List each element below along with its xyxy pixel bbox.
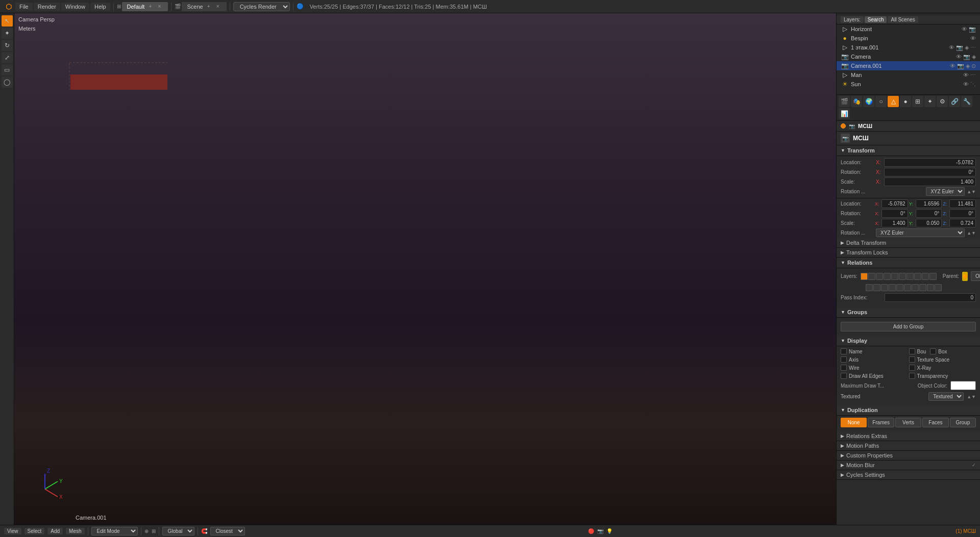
camera-sel[interactable]: ◈ bbox=[972, 54, 976, 60]
menu-file[interactable]: File bbox=[15, 3, 33, 11]
layer-9[interactable] bbox=[922, 273, 929, 280]
3d-viewport[interactable]: Camera Persp Meters Camera.001 X Y Z bbox=[14, 13, 836, 525]
parent-object-select[interactable]: Object bbox=[971, 271, 980, 281]
outliner-item-sun[interactable]: ☀ Sun 👁 ⋱ bbox=[837, 80, 980, 89]
layer-17[interactable] bbox=[912, 284, 919, 291]
menu-help[interactable]: Help bbox=[90, 3, 110, 11]
transform-locks-header[interactable]: ▶ Transform Locks bbox=[837, 248, 980, 258]
props-icon-object[interactable]: ○ bbox=[875, 96, 887, 107]
layer-6[interactable] bbox=[899, 273, 906, 280]
bottom-snap-icon[interactable]: ⊞ bbox=[152, 528, 156, 534]
scene-add-btn[interactable]: + bbox=[205, 3, 212, 10]
camera-eye[interactable]: 👁 bbox=[956, 54, 962, 60]
etazh-sel[interactable]: ◈ bbox=[965, 44, 969, 51]
tool-select-circle[interactable]: ◯ bbox=[2, 76, 13, 88]
scale-z2[interactable]: 0.724 bbox=[949, 219, 976, 227]
sun-eye[interactable]: 👁 bbox=[963, 81, 969, 88]
nav-gizmo[interactable]: X Y Z bbox=[24, 469, 65, 509]
scene-tab[interactable]: Scene + × bbox=[182, 2, 226, 11]
dup-verts-btn[interactable]: Verts bbox=[895, 418, 921, 427]
layer-16[interactable] bbox=[904, 284, 911, 291]
display-section-header[interactable]: ▼ Display bbox=[837, 336, 980, 346]
scale-x-field[interactable]: X: 1.400 bbox=[876, 177, 976, 186]
man-eye[interactable]: 👁 bbox=[963, 72, 969, 79]
layer-13[interactable] bbox=[881, 284, 888, 291]
tool-select-box[interactable]: ▭ bbox=[2, 64, 13, 75]
bottom-snap-magnet[interactable]: 🧲 bbox=[201, 528, 207, 534]
relations-section-header[interactable]: ▼ Relations bbox=[837, 258, 980, 268]
bespin-eye[interactable]: 👁 bbox=[970, 35, 976, 41]
camera001-track[interactable]: ⊙ bbox=[971, 63, 976, 69]
outliner-item-horizont[interactable]: ▷ Horizont 👁 📷 bbox=[837, 24, 980, 34]
tool-cursor[interactable]: ↖ bbox=[2, 15, 13, 27]
workspace-add-btn[interactable]: + bbox=[146, 3, 154, 10]
props-icon-world[interactable]: 🌍 bbox=[863, 96, 874, 107]
box-checkbox[interactable] bbox=[930, 348, 936, 354]
bottom-transform-select[interactable]: Global Local bbox=[162, 527, 194, 535]
layer-7[interactable] bbox=[906, 273, 914, 280]
horizont-eye[interactable]: 👁 bbox=[962, 26, 967, 33]
horizont-render[interactable]: 📷 bbox=[969, 26, 976, 33]
outliner-tab-search[interactable]: Search bbox=[865, 16, 887, 23]
props-icon-render[interactable]: 🎬 bbox=[839, 96, 850, 107]
delta-transform-header[interactable]: ▶ Delta Transform bbox=[837, 238, 980, 248]
bottom-lamp-icon[interactable]: 💡 bbox=[606, 528, 612, 534]
scale-x-value[interactable]: 1.400 bbox=[884, 177, 976, 186]
display-texturespace-check[interactable]: Texture Space bbox=[909, 356, 976, 363]
bottom-mesh-btn[interactable]: Mesh bbox=[66, 528, 84, 534]
outliner-item-1etazh[interactable]: ▷ 1 этаж.001 👁 📷 ◈ ⋯ bbox=[837, 43, 980, 52]
bou-checkbox[interactable] bbox=[909, 348, 915, 354]
outliner-item-bespin[interactable]: ● Bespin 👁 bbox=[837, 34, 980, 43]
name-checkbox[interactable] bbox=[841, 348, 847, 354]
custom-properties-header[interactable]: ▶ Custom Properties bbox=[837, 451, 980, 461]
man-funnel[interactable]: ⋯ bbox=[970, 72, 976, 79]
props-icon-scene[interactable]: 🎭 bbox=[851, 96, 862, 107]
sun-extra[interactable]: ⋱ bbox=[970, 81, 976, 88]
layer-20[interactable] bbox=[935, 284, 942, 291]
rotation-x-value[interactable]: 0° bbox=[884, 168, 976, 176]
etazh-eye[interactable]: 👁 bbox=[949, 44, 954, 51]
textured-select-arrows[interactable]: ▲▼ bbox=[967, 394, 976, 399]
layer-2[interactable] bbox=[868, 273, 875, 280]
props-icon-data2[interactable]: 📊 bbox=[839, 108, 850, 119]
bottom-pivot-icon[interactable]: ⊕ bbox=[144, 528, 149, 534]
camera001-sel[interactable]: ◈ bbox=[966, 63, 970, 69]
tool-rotate[interactable]: ↻ bbox=[2, 40, 13, 51]
blender-logo[interactable]: ⬡ bbox=[3, 1, 14, 12]
motion-blur-header[interactable]: ▶ Motion Blur ✓ bbox=[837, 461, 980, 470]
bottom-viewport-icon[interactable]: 🔴 bbox=[588, 528, 594, 534]
rot-z[interactable]: 0° bbox=[949, 209, 976, 218]
layer-5[interactable] bbox=[891, 273, 898, 280]
etazh-extra[interactable]: ⋯ bbox=[970, 44, 976, 51]
outliner-item-camera[interactable]: 📷 Camera 👁 📷 ◈ bbox=[837, 52, 980, 61]
bottom-select-btn[interactable]: Select bbox=[24, 528, 45, 534]
display-transparency-check[interactable]: Transparency bbox=[909, 373, 976, 379]
rot-y[interactable]: 0° bbox=[916, 209, 942, 218]
layer-11[interactable] bbox=[866, 284, 873, 291]
display-wire-check[interactable]: Wire bbox=[841, 365, 908, 371]
dup-frames-btn[interactable]: Frames bbox=[868, 418, 894, 427]
bottom-snap-select[interactable]: Closest Center bbox=[210, 527, 245, 535]
camera-render[interactable]: 📷 bbox=[963, 54, 970, 60]
drawedges-checkbox[interactable] bbox=[841, 373, 847, 379]
props-icon-texture[interactable]: ⊞ bbox=[912, 96, 923, 107]
rot-mode-select[interactable]: XYZ Euler bbox=[876, 228, 965, 237]
location-x-value[interactable]: -5.0782 bbox=[884, 158, 976, 167]
layer-1[interactable] bbox=[861, 273, 868, 280]
textured-select[interactable]: Textured Solid Wire Bounds bbox=[928, 392, 964, 401]
bottom-add-btn[interactable]: Add bbox=[47, 528, 63, 534]
relations-extras-header[interactable]: ▶ Relations Extras bbox=[837, 431, 980, 441]
workspace-close-btn[interactable]: × bbox=[156, 3, 163, 10]
dup-none-btn[interactable]: None bbox=[841, 418, 867, 427]
loc-y[interactable]: 1.6596 bbox=[916, 199, 942, 208]
props-icon-modifiers[interactable]: 🔧 bbox=[961, 96, 972, 107]
outliner-item-man[interactable]: ▷ Man 👁 ⋯ bbox=[837, 70, 980, 80]
render-engine-select[interactable]: Cycles Render bbox=[233, 2, 290, 11]
wire-checkbox[interactable] bbox=[841, 365, 847, 371]
motion-blur-check[interactable]: ✓ bbox=[972, 463, 976, 468]
layer-3[interactable] bbox=[876, 273, 883, 280]
layer-18[interactable] bbox=[919, 284, 926, 291]
layer-19[interactable] bbox=[927, 284, 934, 291]
camera001-eye[interactable]: 👁 bbox=[950, 63, 955, 69]
rotation-x-field[interactable]: X: 0° bbox=[876, 168, 976, 176]
